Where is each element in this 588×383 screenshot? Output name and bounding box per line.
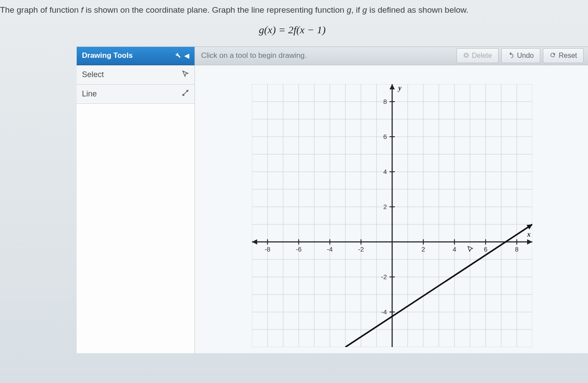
undo-label: Undo xyxy=(517,52,534,60)
var-g2: g xyxy=(362,5,367,14)
formula-display: g(x) = 2f(x − 1) xyxy=(0,24,584,36)
svg-text:-2: -2 xyxy=(381,273,387,280)
svg-text:-4: -4 xyxy=(327,245,333,253)
collapse-icon[interactable]: ◀ xyxy=(184,52,189,59)
svg-marker-42 xyxy=(252,239,257,245)
svg-text:8: 8 xyxy=(515,245,518,253)
tool-select[interactable]: Select xyxy=(77,65,195,85)
svg-text:-2: -2 xyxy=(358,245,364,253)
svg-marker-43 xyxy=(390,84,395,89)
reset-icon xyxy=(549,52,556,60)
delete-label: Delete xyxy=(472,52,492,60)
canvas-area: Click on a tool to begin drawing. Delete… xyxy=(195,47,588,353)
drawing-tools-panel: Drawing Tools ◀ Select Line xyxy=(77,47,195,353)
svg-text:4: 4 xyxy=(383,168,387,175)
var-g: g xyxy=(347,5,351,14)
svg-text:-8: -8 xyxy=(265,245,270,253)
svg-text:6: 6 xyxy=(383,133,387,140)
toolbar-hint: Click on a tool to begin drawing. xyxy=(199,51,454,60)
drawing-tools-title: Drawing Tools xyxy=(82,51,133,60)
question-prompt: The graph of function f is shown on the … xyxy=(0,4,584,16)
undo-button[interactable]: Undo xyxy=(501,48,540,63)
tool-line[interactable]: Line xyxy=(77,85,195,104)
svg-text:4: 4 xyxy=(453,245,456,253)
undo-icon xyxy=(508,52,514,60)
tool-label: Line xyxy=(82,89,97,99)
prompt-part: is defined as shown below. xyxy=(367,5,468,14)
line-icon xyxy=(181,89,189,99)
question-area: The graph of function f is shown on the … xyxy=(0,0,588,46)
svg-text:-4: -4 xyxy=(381,308,387,316)
pointer-icon xyxy=(181,70,189,80)
delete-button[interactable]: Delete xyxy=(457,48,499,63)
svg-text:-6: -6 xyxy=(296,245,301,253)
prompt-part: The graph of function xyxy=(0,5,81,14)
wrench-icon xyxy=(174,51,181,60)
reset-label: Reset xyxy=(559,52,577,60)
svg-text:2: 2 xyxy=(422,245,425,253)
delete-icon xyxy=(463,52,469,60)
svg-marker-41 xyxy=(527,239,532,245)
canvas-toolbar: Click on a tool to begin drawing. Delete… xyxy=(195,47,588,65)
svg-text:y: y xyxy=(397,84,402,92)
drawing-tools-header: Drawing Tools ◀ xyxy=(77,47,195,65)
workspace: Drawing Tools ◀ Select Line Click on a t… xyxy=(77,46,588,353)
svg-text:6: 6 xyxy=(484,245,487,253)
svg-text:8: 8 xyxy=(383,98,387,105)
svg-text:x: x xyxy=(527,231,531,238)
coordinate-plane[interactable]: -8-6-4-22468-4-22468yx xyxy=(252,84,532,347)
reset-button[interactable]: Reset xyxy=(543,48,584,63)
prompt-part: is shown on the coordinate plane. Graph … xyxy=(83,5,347,14)
prompt-part: , if xyxy=(351,5,362,14)
svg-text:2: 2 xyxy=(383,203,387,210)
tool-label: Select xyxy=(82,70,104,79)
